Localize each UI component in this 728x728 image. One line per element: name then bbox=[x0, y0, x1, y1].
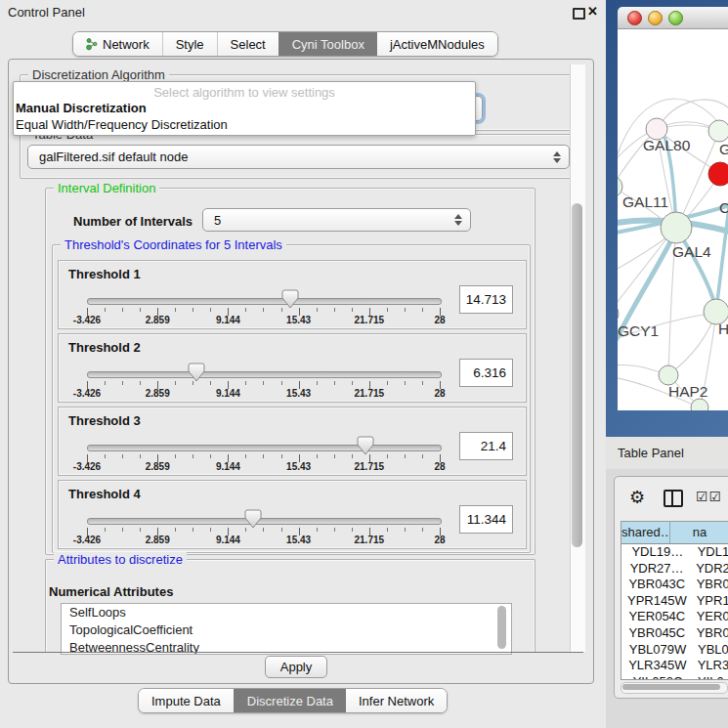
popup-option-manual-discretization[interactable]: Manual Discretization bbox=[14, 100, 475, 116]
slider-thumb[interactable] bbox=[281, 289, 299, 309]
slider-major-ticks bbox=[87, 308, 441, 316]
threshold-1-label: Threshold 1 bbox=[68, 267, 141, 281]
node-label-partial-g: G bbox=[719, 141, 728, 157]
tab-cyni-toolbox[interactable]: Cyni Toolbox bbox=[278, 32, 377, 56]
column-header-name[interactable]: na bbox=[670, 522, 728, 543]
slider-thumb[interactable] bbox=[188, 363, 205, 382]
node-hap2[interactable] bbox=[659, 365, 678, 385]
tab-style[interactable]: Style bbox=[162, 32, 217, 56]
threshold-4-row: Threshold 4 -3.426 2.859 9.144 15.43 21.… bbox=[58, 480, 527, 549]
table-row[interactable]: YBR045CYBR0 bbox=[621, 625, 728, 642]
network-view-canvas[interactable]: GAL80 GAL11 GAL4 GCY1 HAP2 G C H bbox=[618, 29, 728, 410]
node-bottom-partial[interactable] bbox=[691, 399, 708, 410]
threshold-2-label: Threshold 2 bbox=[68, 340, 141, 355]
threshold-2-slider[interactable]: -3.426 2.859 9.144 15.43 21.715 28 bbox=[87, 365, 440, 401]
tab-discretize-data[interactable]: Discretize Data bbox=[234, 689, 346, 712]
node-gal4[interactable] bbox=[661, 212, 692, 243]
tab-select[interactable]: Select bbox=[217, 32, 278, 56]
node-highlighted-red[interactable] bbox=[708, 162, 728, 186]
slider-track[interactable] bbox=[87, 518, 442, 525]
node-label-gal11: GAL11 bbox=[622, 193, 668, 210]
table-row[interactable]: YPR145WYPR1 bbox=[621, 593, 728, 610]
node-label-partial-h: H bbox=[718, 321, 728, 337]
node-label-partial-c: C bbox=[719, 199, 728, 216]
tab-impute-data[interactable]: Impute Data bbox=[139, 689, 234, 712]
table-panel-header: Table Panel bbox=[606, 437, 728, 469]
table-panel-title: Table Panel bbox=[618, 446, 684, 460]
minimize-traffic-light[interactable] bbox=[648, 11, 663, 25]
node-label-hap2: HAP2 bbox=[668, 383, 708, 400]
thresholds-group-title: Threshold's Coordinates for 5 Intervals bbox=[61, 237, 286, 252]
select-columns-icon[interactable]: ☑☑ bbox=[696, 489, 722, 504]
discretization-algorithm-title: Discretization Algorithm bbox=[28, 67, 169, 82]
column-header-shared-name[interactable]: shared… bbox=[621, 522, 670, 543]
threshold-3-row: Threshold 3 -3.426 2.859 9.144 15.43 21.… bbox=[58, 407, 527, 476]
table-hscrollbar-track[interactable] bbox=[621, 682, 728, 694]
table-row[interactable]: YDL19…YDL1 bbox=[621, 544, 728, 561]
slider-major-ticks bbox=[87, 381, 441, 389]
combo-stepper-icon bbox=[553, 151, 560, 163]
combo-stepper-icon bbox=[454, 214, 461, 226]
slider-major-ticks bbox=[87, 528, 441, 535]
attributes-group-title: Attributes to discretize bbox=[54, 552, 187, 567]
slider-track[interactable] bbox=[87, 445, 442, 451]
zoom-traffic-light[interactable] bbox=[668, 11, 683, 25]
tab-infer-network[interactable]: Infer Network bbox=[346, 689, 447, 712]
table-row[interactable]: YER054CYER0 bbox=[621, 609, 728, 625]
viewport-bottom-edge bbox=[13, 652, 583, 653]
threshold-3-value-field[interactable]: 21.4 bbox=[459, 432, 513, 460]
threshold-3-label: Threshold 3 bbox=[68, 413, 141, 428]
tab-network[interactable]: Network bbox=[73, 32, 162, 56]
threshold-4-slider[interactable]: -3.426 2.859 9.144 15.43 21.715 28 bbox=[87, 512, 440, 547]
panel-scrollbar-thumb[interactable] bbox=[572, 203, 582, 547]
node-label-gcy1: GCY1 bbox=[618, 322, 659, 339]
algorithm-dropdown-popup: Select algorithm to view settings Manual… bbox=[13, 81, 476, 136]
threshold-1-slider[interactable]: -3.426 2.859 9.144 15.43 21.715 28 bbox=[87, 292, 440, 327]
threshold-4-value-field[interactable]: 11.344 bbox=[459, 505, 513, 534]
interval-definition-title: Interval Definition bbox=[54, 181, 159, 195]
threshold-4-label: Threshold 4 bbox=[68, 487, 141, 501]
slider-thumb[interactable] bbox=[357, 436, 374, 455]
gear-icon[interactable]: ⚙ bbox=[629, 487, 645, 508]
number-of-intervals-label: Number of Intervals bbox=[73, 214, 193, 229]
network-window-titlebar[interactable] bbox=[618, 7, 728, 29]
list-item[interactable]: TopologicalCoefficient bbox=[62, 621, 511, 639]
table-row[interactable]: YDR27…YDR2 bbox=[621, 561, 728, 578]
number-of-intervals-combobox[interactable]: 5 bbox=[202, 208, 471, 232]
float-window-icon[interactable] bbox=[573, 8, 585, 20]
split-columns-icon[interactable] bbox=[664, 490, 683, 507]
table-row[interactable]: YIL052CYIL0 bbox=[621, 674, 728, 680]
table-row[interactable]: YBR043CYBR0 bbox=[621, 577, 728, 593]
slider-track[interactable] bbox=[87, 298, 442, 305]
close-icon[interactable]: ✕ bbox=[587, 4, 598, 19]
slider-major-ticks bbox=[87, 454, 441, 462]
node-upper-right[interactable] bbox=[708, 120, 728, 142]
close-traffic-light[interactable] bbox=[627, 11, 642, 25]
table-hscrollbar-thumb[interactable] bbox=[622, 684, 720, 690]
popup-option-equal-width[interactable]: Equal Width/Frequency Discretization bbox=[14, 116, 475, 133]
table-data-combobox[interactable]: galFiltered.sif default node bbox=[27, 145, 570, 169]
node-gcy1[interactable] bbox=[618, 303, 619, 324]
network-icon bbox=[86, 37, 98, 51]
slider-track[interactable] bbox=[87, 371, 442, 378]
algorithm-placeholder: Select algorithm to view settings bbox=[14, 82, 475, 100]
tab-jactivemnodules[interactable]: jActiveMNodules bbox=[377, 32, 497, 56]
screen: Control Panel ✕ Network Style Select Cyn… bbox=[0, 0, 728, 728]
numerical-attributes-list[interactable]: SelfLoops TopologicalCoefficient Between… bbox=[61, 603, 512, 655]
apply-button[interactable]: Apply bbox=[265, 656, 327, 678]
slider-thumb[interactable] bbox=[244, 509, 262, 529]
node-table[interactable]: shared… na YDL19…YDL1 YDR27…YDR2 YBR043C… bbox=[621, 521, 728, 680]
control-panel-titlebar: Control Panel ✕ bbox=[0, 0, 604, 25]
threshold-2-value-field[interactable]: 6.316 bbox=[459, 359, 513, 387]
table-row[interactable]: YLR345WYLR3 bbox=[621, 658, 728, 674]
threshold-3-slider[interactable]: -3.426 2.859 9.144 15.43 21.715 28 bbox=[87, 439, 440, 474]
table-row[interactable]: YBL079WYBL0 bbox=[621, 642, 728, 659]
cyni-bottom-tabbar: Impute Data Discretize Data Infer Networ… bbox=[138, 688, 448, 713]
numerical-attributes-label: Numerical Attributes bbox=[49, 584, 173, 599]
list-item[interactable]: SelfLoops bbox=[62, 604, 511, 621]
list-scrollbar[interactable] bbox=[497, 606, 506, 649]
tab-network-label: Network bbox=[103, 37, 150, 52]
threshold-1-value-field[interactable]: 14.713 bbox=[459, 285, 513, 314]
node-label-gal4: GAL4 bbox=[672, 243, 711, 260]
threshold-1-row: Threshold 1 -3.426 2.859 9.144 15.43 21.… bbox=[58, 260, 527, 329]
